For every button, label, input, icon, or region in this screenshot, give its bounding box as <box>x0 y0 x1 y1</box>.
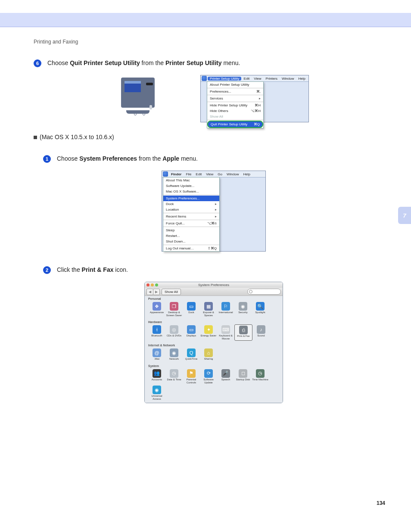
label: Mac OS X Software... <box>166 190 199 193</box>
pref-label: Appearance <box>148 311 165 314</box>
sysprefs-toolbar: ◀ ▶ Show All <box>145 288 283 296</box>
category-label: Internet & Network <box>148 344 279 347</box>
menu-item: Edit <box>193 172 204 176</box>
dd-item: Sleep <box>163 227 219 233</box>
pref-label: Exposé & Spaces <box>200 311 217 317</box>
step-number: 2 <box>43 266 51 274</box>
menu-item: View <box>204 172 215 176</box>
pref-icon: 🎤 <box>221 369 230 378</box>
pref-label: Date & Time <box>165 378 183 381</box>
dd-item: Dock▸ <box>163 201 219 207</box>
step-1: 1 Choose System Preferences from the App… <box>43 155 394 163</box>
text: icon. <box>113 266 128 273</box>
pref-print-fax: ⎙Print & Fax <box>234 324 252 341</box>
pref-icon: ⌨ <box>221 325 230 334</box>
pref-displays: ▭Displays <box>183 324 200 341</box>
apple-dropdown: About This MacSoftware Update...Mac OS X… <box>163 177 220 252</box>
search-field <box>247 289 281 295</box>
psu-dropdown: About Printer Setup Utility Preferences.… <box>207 81 264 128</box>
shortcut: ⌘H <box>255 103 261 107</box>
dd-item-disabled: Show All <box>207 114 263 119</box>
dd-item-quit: Quit Printer Setup Utility⌘Q <box>207 121 263 128</box>
bold: Print & Fax <box>82 266 114 273</box>
sysprefs-body: Personal❖Appearance❒Desktop & Screen Sav… <box>145 296 283 403</box>
pref-bluetooth: ᚼBluetooth <box>148 324 165 341</box>
step-6-text: Choose Quit Printer Setup Utility from t… <box>47 59 240 66</box>
pref-cds-dvds: ◎CDs & DVDs <box>165 324 183 341</box>
pref-icon: ▭ <box>187 325 196 334</box>
pref-label: Dock <box>183 311 200 314</box>
label: Force Quit... <box>166 221 185 225</box>
label: Show All <box>210 115 223 118</box>
shortcut: ⇧⌘Q <box>208 246 217 250</box>
pref-label: Spotlight <box>252 311 269 314</box>
label: Restart... <box>166 234 180 238</box>
shortcut: ⌥⌘⎋ <box>207 221 217 225</box>
sysprefs-screenshot: System Preferences ◀ ▶ Show All Personal… <box>144 282 283 403</box>
pref-icon: ⎙ <box>239 326 248 334</box>
psu-menubar: Printer Setup Utility Edit View Printers… <box>201 75 308 82</box>
pref-icon: ⟳ <box>204 369 213 378</box>
label: About This Mac <box>166 178 190 182</box>
pref-label: International <box>217 311 234 314</box>
psu-screenshot: Printer Setup Utility Edit View Printers… <box>200 75 309 122</box>
category-label: Personal <box>148 297 279 300</box>
shortcut: ⌘, <box>256 90 261 93</box>
pref-icon: ◉ <box>153 386 161 394</box>
dd-item: Services▸ <box>207 96 263 101</box>
pref-quicktime: QQuickTime <box>183 348 200 361</box>
pref-energy-saver: ✦Energy Saver <box>200 324 217 341</box>
label: Log Out manual… <box>166 246 194 250</box>
menu-item: Go <box>215 172 224 176</box>
pref-label: QuickTime <box>183 358 200 361</box>
pref-sound: ♪Sound <box>252 324 270 341</box>
submenu-arrow-icon: ▸ <box>215 215 217 218</box>
label: Location <box>166 208 179 212</box>
bold: System Preferences <box>79 155 137 162</box>
pref-icon: ᚼ <box>153 325 161 334</box>
pref-date-time: ◷Date & Time <box>165 368 183 385</box>
label: Software Update... <box>166 184 194 188</box>
submenu-arrow-icon: ▸ <box>259 96 261 100</box>
pref-icon: ⚐ <box>221 302 230 311</box>
back-button: ◀ <box>146 289 153 295</box>
dd-item: About This Mac <box>163 177 219 183</box>
bullet-text: (Mac OS X 10.5.x to 10.6.x) <box>40 134 114 140</box>
dd-item: Mac OS X Software... <box>163 189 219 194</box>
dd-item: Recent Items▸ <box>163 214 219 219</box>
text: from the <box>140 59 165 66</box>
label: Sleep <box>166 228 174 232</box>
pref-label: Network <box>165 358 183 361</box>
pref-label: Speech <box>217 378 234 381</box>
apple-icon <box>163 171 168 177</box>
dd-item: Software Update... <box>163 183 219 189</box>
forward-button: ▶ <box>153 289 160 295</box>
menu-item: Printers <box>263 77 280 81</box>
pref-accounts: 👥Accounts <box>148 368 165 385</box>
step-number: 1 <box>43 155 51 163</box>
finder-title: Finder <box>169 172 184 176</box>
pref--mac: @.Mac <box>148 348 165 361</box>
step-number: 6 <box>34 59 41 67</box>
pref-label: Bluetooth <box>148 334 165 337</box>
pref-software-update: ⟳Software Update <box>200 368 217 385</box>
dd-item: System Preferences... <box>163 196 219 201</box>
bullet-icon <box>34 136 37 139</box>
pref-icon: ⌂ <box>204 348 213 357</box>
page-number: 134 <box>377 500 385 506</box>
pref-parental-controls: ⚑Parental Controls <box>183 368 200 385</box>
label: Dock <box>166 202 174 206</box>
menu-item: Window <box>280 77 296 81</box>
pref-sharing: ⌂Sharing <box>200 348 217 361</box>
text: Choose <box>47 59 70 66</box>
menu-item: Help <box>296 77 307 81</box>
label: Preferences... <box>210 90 231 93</box>
dd-item: Preferences...⌘, <box>207 89 263 94</box>
pref-icon: ◷ <box>256 369 265 378</box>
dd-item: Restart... <box>163 233 219 239</box>
label: About Printer Setup Utility <box>210 83 249 87</box>
step-2-text: Click the Print & Fax icon. <box>57 266 128 273</box>
step-2: 2 Click the Print & Fax icon. <box>43 266 394 274</box>
pref-desktop-screen-saver: ❒Desktop & Screen Saver <box>165 301 183 317</box>
pref-label: Desktop & Screen Saver <box>165 311 183 317</box>
